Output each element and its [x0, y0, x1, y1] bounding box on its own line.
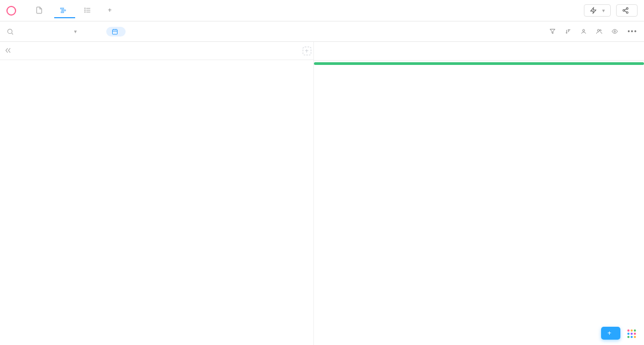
svg-marker-9 [591, 8, 596, 13]
search-input[interactable] [17, 28, 71, 35]
weekday-button[interactable] [106, 27, 126, 36]
gantt-panel: + [314, 42, 644, 345]
filter-icon [550, 28, 555, 34]
bolt-icon [590, 7, 597, 14]
add-task-button[interactable]: + [601, 327, 620, 340]
collapse-icon[interactable] [4, 47, 12, 54]
list-color-icon [6, 6, 16, 16]
tab-seo-task-list[interactable] [78, 3, 99, 18]
share-icon [622, 7, 629, 14]
svg-point-25 [614, 31, 616, 32]
calendar-icon [112, 28, 118, 35]
svg-point-10 [626, 8, 628, 9]
add-view-button[interactable]: + [103, 3, 120, 18]
task-list [0, 60, 313, 345]
list-icon [84, 6, 91, 14]
chevron-down-icon: ▾ [602, 8, 605, 13]
svg-line-16 [12, 33, 13, 34]
plus-icon: + [608, 329, 611, 337]
column-header: + [0, 42, 313, 60]
filter-button[interactable] [550, 28, 558, 34]
users-icon [596, 28, 602, 34]
plus-icon: + [108, 6, 112, 14]
topbar: + ▾ [0, 0, 644, 21]
share-button[interactable] [616, 4, 638, 17]
sort-icon [565, 28, 571, 34]
svg-rect-17 [113, 30, 118, 34]
svg-point-23 [598, 30, 600, 32]
svg-point-7 [85, 10, 85, 10]
svg-point-24 [600, 30, 602, 31]
doc-icon [35, 6, 43, 14]
assignees-button[interactable] [596, 28, 604, 34]
main: + + [0, 42, 644, 345]
tab-getting-started[interactable] [30, 3, 51, 18]
me-button[interactable] [581, 28, 589, 34]
search-wrap: ▾ [6, 28, 87, 35]
today-button[interactable] [92, 30, 101, 33]
svg-point-11 [623, 10, 625, 11]
tab-seo-roadmap[interactable] [54, 3, 75, 18]
svg-rect-2 [61, 11, 64, 12]
svg-point-22 [583, 30, 585, 32]
svg-point-15 [8, 29, 12, 33]
grid-icon [627, 329, 636, 338]
add-column-button[interactable]: + [300, 47, 313, 55]
svg-marker-21 [550, 29, 555, 33]
task-list-panel: + [0, 42, 314, 345]
gantt-body[interactable] [314, 61, 644, 345]
sort-button[interactable] [565, 28, 573, 34]
toolbar: ▾ ••• [0, 21, 644, 42]
gantt-icon [60, 6, 67, 14]
svg-line-13 [625, 9, 627, 10]
svg-point-6 [85, 8, 85, 8]
svg-rect-1 [62, 10, 65, 11]
more-button[interactable]: ••• [627, 28, 638, 35]
eye-icon [612, 28, 618, 34]
svg-rect-0 [61, 8, 64, 9]
apps-button[interactable] [626, 328, 638, 340]
svg-point-8 [85, 11, 85, 12]
automate-button[interactable]: ▾ [584, 4, 611, 17]
user-icon [581, 28, 587, 34]
chevron-down-icon[interactable]: ▾ [74, 28, 77, 34]
svg-point-12 [626, 12, 628, 13]
gantt-header [314, 42, 644, 61]
show-button[interactable] [612, 28, 620, 34]
search-icon [6, 28, 14, 35]
svg-line-14 [625, 11, 627, 12]
list-summary-bar [314, 62, 644, 65]
